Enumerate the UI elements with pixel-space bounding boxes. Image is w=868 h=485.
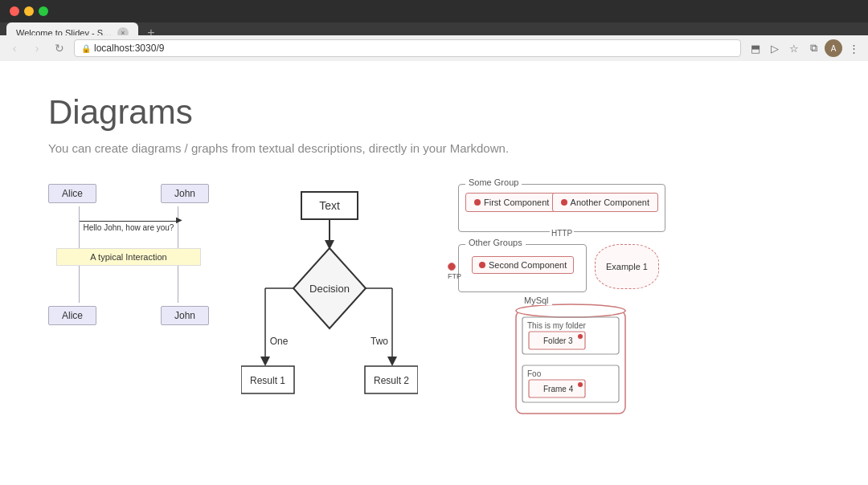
page-content: Diagrams You can create diagrams / graph…	[0, 61, 868, 485]
svg-text:This is my folder: This is my folder	[527, 321, 586, 330]
seq-note: A typical Interaction	[56, 248, 201, 266]
ftp-dot	[448, 263, 456, 271]
svg-text:Folder 3: Folder 3	[543, 336, 573, 345]
svg-text:Frame 4: Frame 4	[543, 385, 574, 393]
mysql-container: MySql This is my folder Folder 3 Foo	[514, 303, 627, 415]
minimize-button[interactable]	[24, 6, 34, 16]
comp-dot-2	[561, 199, 567, 206]
some-group: Some Group First Component Another Compo…	[458, 184, 665, 232]
close-button[interactable]	[10, 6, 19, 16]
extension-icon[interactable]: ⧉	[805, 40, 821, 56]
reload-button[interactable]: ↻	[51, 40, 68, 56]
svg-point-19	[516, 304, 625, 317]
mysql-svg: This is my folder Folder 3 Foo Frame 4	[514, 303, 627, 415]
seq-message-line: ▶	[80, 221, 178, 222]
svg-text:One: One	[270, 336, 289, 347]
page-subtitle: You can create diagrams / graphs from te…	[48, 141, 820, 155]
lock-icon: 🔒	[81, 44, 91, 53]
example-squiggle: Example 1	[595, 244, 659, 289]
seq-message-text: Hello John, how are you?	[80, 223, 178, 232]
svg-text:Two: Two	[371, 336, 388, 347]
seq-body: ▶ Hello John, how are you? A typical Int…	[48, 206, 209, 303]
diagrams-area: Alice John ▶ Hello John, how are you? A …	[48, 184, 820, 444]
first-component: First Component	[465, 193, 558, 212]
svg-point-28	[578, 382, 583, 387]
http-label: HTTP	[550, 229, 574, 238]
svg-text:Result 1: Result 1	[250, 375, 285, 386]
back-button[interactable]: ‹	[6, 40, 23, 56]
seq-arrow-head: ▶	[176, 215, 182, 224]
other-groups-label: Other Groups	[465, 238, 526, 247]
second-component: Second Component	[472, 256, 574, 274]
flowchart: Text Decision One Two Result 1	[241, 184, 418, 444]
comp-dot-3	[479, 262, 485, 268]
some-group-label: Some Group	[465, 177, 522, 187]
ftp-label: FTP	[448, 272, 461, 280]
example-label: Example 1	[606, 262, 648, 271]
seq-note-box: A typical Interaction	[56, 248, 201, 266]
seq-actor-alice-top: Alice	[48, 184, 96, 203]
arch-diagram: Some Group First Component Another Compo…	[450, 184, 675, 425]
flowchart-svg: Text Decision One Two Result 1	[241, 184, 418, 441]
svg-point-23	[578, 334, 583, 339]
cast-icon[interactable]: ⬒	[747, 40, 764, 56]
play-icon[interactable]: ▷	[767, 40, 783, 56]
avatar[interactable]: A	[825, 39, 842, 57]
seq-actors-top: Alice John	[48, 184, 209, 203]
svg-text:Decision: Decision	[309, 283, 350, 295]
seq-actors-bottom: Alice John	[48, 306, 209, 325]
seq-actor-john-bottom: John	[161, 306, 209, 325]
svg-text:Foo: Foo	[527, 369, 542, 378]
comp-dot-1	[474, 199, 481, 206]
page-title: Diagrams	[48, 93, 820, 132]
another-component-label: Another Component	[571, 198, 649, 207]
menu-icon[interactable]: ⋮	[845, 40, 862, 56]
url-text: localhost:3030/9	[94, 43, 164, 54]
seq-message-container: ▶ Hello John, how are you?	[80, 221, 178, 232]
mysql-label: MySql	[521, 295, 552, 305]
svg-marker-8	[260, 357, 270, 366]
svg-text:Text: Text	[319, 199, 340, 212]
maximize-button[interactable]	[39, 6, 48, 16]
address-bar: ‹ › ↻ 🔒 localhost:3030/9 ⬒ ▷ ☆ ⧉ A ⋮	[0, 35, 868, 61]
first-component-label: First Component	[484, 198, 549, 207]
another-component: Another Component	[552, 193, 658, 212]
other-groups: Other Groups FTP Second Component	[458, 244, 587, 292]
bookmark-icon[interactable]: ☆	[786, 40, 802, 56]
seq-actor-alice-bottom: Alice	[48, 306, 96, 325]
forward-button[interactable]: ›	[29, 40, 45, 56]
sequence-diagram: Alice John ▶ Hello John, how are you? A …	[48, 184, 209, 325]
traffic-lights	[0, 0, 868, 22]
svg-marker-12	[387, 357, 397, 366]
learn-more-section: Learn More	[48, 467, 820, 485]
toolbar-icons: ⬒ ▷ ☆ ⧉ A ⋮	[747, 39, 862, 57]
svg-text:Result 2: Result 2	[374, 375, 409, 386]
second-component-label: Second Component	[489, 260, 567, 270]
title-bar: Welcome to Slidev - Slidev × +	[0, 0, 868, 35]
seq-actor-john-top: John	[161, 184, 209, 203]
url-bar[interactable]: 🔒 localhost:3030/9	[74, 39, 741, 57]
